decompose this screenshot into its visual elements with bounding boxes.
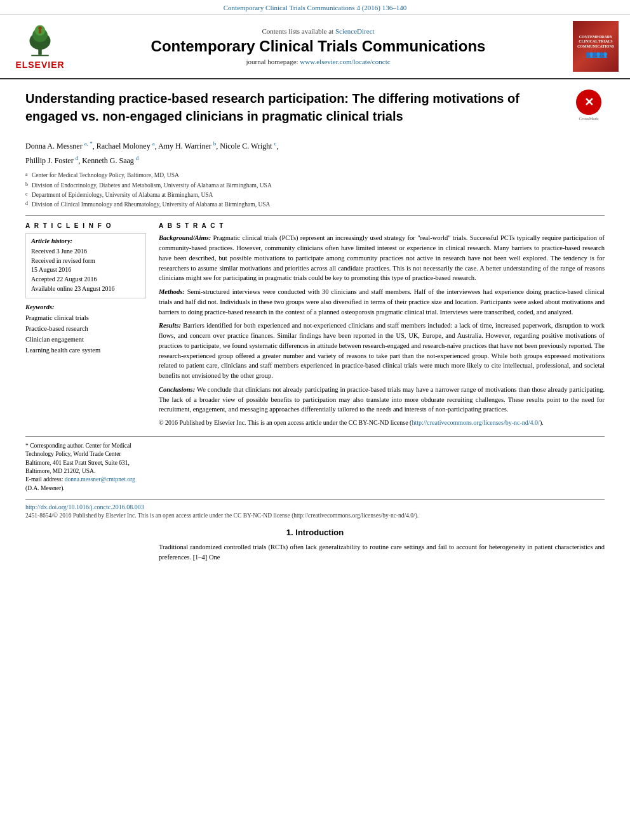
sciencedirect-link[interactable]: ScienceDirect <box>335 27 375 35</box>
affil-d: d Division of Clinical Immunology and Rh… <box>25 200 605 209</box>
abstract-background: Background/Aims: Pragmatic clinical tria… <box>159 233 605 283</box>
svg-rect-6 <box>39 30 41 34</box>
article-title-section: Understanding practice-based research pa… <box>25 90 605 131</box>
article-body-columns: A R T I C L E I N F O Article history: R… <box>25 222 605 427</box>
journal-homepage: journal homepage: www.elsevier.com/locat… <box>69 58 568 65</box>
journal-logo-box: CONTEMPORARYCLINICAL TRIALSCOMMUNICATION… <box>573 21 619 72</box>
issn-line: 2451-8654/© 2016 Published by Elsevier I… <box>25 512 605 519</box>
history-received: Received 3 June 2016 <box>31 247 140 256</box>
intro-left-blank <box>25 542 146 563</box>
author-phillip: Phillip J. Foster d, Kenneth G. Saag d <box>25 156 138 165</box>
footnote-right <box>159 442 605 493</box>
affil-d-text: Division of Clinical Immunology and Rheu… <box>32 200 270 209</box>
main-content: Understanding practice-based research pa… <box>0 79 630 572</box>
history-title: Article history: <box>31 237 140 244</box>
footnote-section: * Corresponding author. Center for Medic… <box>25 436 605 493</box>
affil-a-text: Center for Medical Technology Policy, Ba… <box>32 171 179 180</box>
journal-center: Contents lists available at ScienceDirec… <box>69 27 568 65</box>
top-bar: Contemporary Clinical Trials Communicati… <box>0 0 630 15</box>
keyword-2: Practice-based research <box>25 324 146 335</box>
background-label: Background/Aims: <box>159 234 213 241</box>
svg-rect-1 <box>31 55 49 56</box>
abstract-results: Results: Barriers identified for both ex… <box>159 321 605 381</box>
history-revised: Received in revised form15 August 2016 <box>31 257 140 274</box>
doi-bar: http://dx.doi.org/10.1016/j.conctc.2016.… <box>25 499 605 519</box>
copyright-line: © 2016 Published by Elsevier Inc. This i… <box>159 418 605 427</box>
svg-point-5 <box>38 26 42 30</box>
keywords-title: Keywords: <box>25 303 146 310</box>
crossmark-label: CrossMark <box>579 116 598 121</box>
authors-section: Donna A. Messner a, *, Rachael Moloney a… <box>25 139 605 209</box>
footnote-left: * Corresponding author. Center for Medic… <box>25 442 146 493</box>
author-line-2: Phillip J. Foster d, Kenneth G. Saag d <box>25 154 605 167</box>
affil-c-text: Department of Epidemiology, University o… <box>32 190 213 199</box>
abstract-text: Background/Aims: Pragmatic clinical tria… <box>159 233 605 427</box>
introduction-text-area: Traditional randomized controlled trials… <box>25 542 605 563</box>
introduction-heading: 1. Introduction <box>25 528 605 537</box>
history-accepted: Accepted 22 August 2016 <box>31 275 140 284</box>
author-email-link[interactable]: donna.messner@cmtpnet.org <box>65 476 135 483</box>
results-label: Results: <box>159 322 183 329</box>
affil-b-text: Division of Endocrinology, Diabetes and … <box>32 181 272 190</box>
author-line: Donna A. Messner a, *, Rachael Moloney a… <box>25 139 605 152</box>
article-info-column: A R T I C L E I N F O Article history: R… <box>25 222 146 427</box>
crossmark-icon: ✕ <box>576 90 601 115</box>
corresponding-note: * Corresponding author. Center for Medic… <box>25 442 146 476</box>
logo-people-icon: 👥👥👥 <box>586 51 607 58</box>
history-available: Available online 23 August 2016 <box>31 284 140 293</box>
conclusions-text: We conclude that clinicians not already … <box>159 386 605 413</box>
cc-license-link[interactable]: http://creativecommons.org/licenses/by-n… <box>412 419 539 426</box>
abstract-heading: A B S T R A C T <box>159 222 605 229</box>
abstract-column: A B S T R A C T Background/Aims: Pragmat… <box>159 222 605 427</box>
journal-url[interactable]: www.elsevier.com/locate/conctc <box>300 58 390 65</box>
divider-1 <box>25 215 605 216</box>
affil-a: a Center for Medical Technology Policy, … <box>25 171 605 180</box>
journal-header: ELSEVIER Contents lists available at Sci… <box>0 15 630 79</box>
elsevier-tree-icon <box>18 23 62 58</box>
methods-text: Semi-structured interviews were conducte… <box>159 288 605 316</box>
affil-b: b Division of Endocrinology, Diabetes an… <box>25 181 605 190</box>
journal-logo-right: CONTEMPORARYCLINICAL TRIALSCOMMUNICATION… <box>568 21 619 72</box>
article-info-heading: A R T I C L E I N F O <box>25 222 146 229</box>
results-text: Barriers identified for both experienced… <box>159 322 605 379</box>
article-history-box: Article history: Received 3 June 2016 Re… <box>25 233 146 298</box>
keywords-section: Keywords: Pragmatic clinical trials Prac… <box>25 303 146 356</box>
keyword-1: Pragmatic clinical trials <box>25 313 146 324</box>
elsevier-brand: ELSEVIER <box>15 60 64 70</box>
affil-c: c Department of Epidemiology, University… <box>25 190 605 199</box>
methods-label: Methods: <box>159 288 187 295</box>
author-donna: Donna A. Messner a, *, Rachael Moloney a… <box>25 142 279 150</box>
keyword-3: Clinician engagement <box>25 335 146 345</box>
keyword-4: Learning health care system <box>25 345 146 356</box>
background-text: Pragmatic clinical trials (PCTs) represe… <box>159 234 605 281</box>
introduction-section: 1. Introduction Traditional randomized c… <box>25 528 605 563</box>
logo-box-title: CONTEMPORARYCLINICAL TRIALSCOMMUNICATION… <box>577 35 614 49</box>
abstract-methods: Methods: Semi-structured interviews were… <box>159 287 605 317</box>
abstract-conclusions: Conclusions: We conclude that clinicians… <box>159 385 605 415</box>
contents-line: Contents lists available at ScienceDirec… <box>69 27 568 35</box>
introduction-paragraph: Traditional randomized controlled trials… <box>159 542 605 563</box>
journal-title: Contemporary Clinical Trials Communicati… <box>69 37 568 55</box>
affiliations: a Center for Medical Technology Policy, … <box>25 171 605 209</box>
elsevier-logo: ELSEVIER <box>11 23 69 70</box>
doi-link[interactable]: http://dx.doi.org/10.1016/j.conctc.2016.… <box>25 503 144 510</box>
conclusions-label: Conclusions: <box>159 386 197 393</box>
article-title: Understanding practice-based research pa… <box>25 90 566 125</box>
crossmark: ✕ CrossMark <box>573 90 605 121</box>
journal-citation: Contemporary Clinical Trials Communicati… <box>224 4 406 11</box>
email-note: E-mail address: donna.messner@cmtpnet.or… <box>25 476 146 493</box>
